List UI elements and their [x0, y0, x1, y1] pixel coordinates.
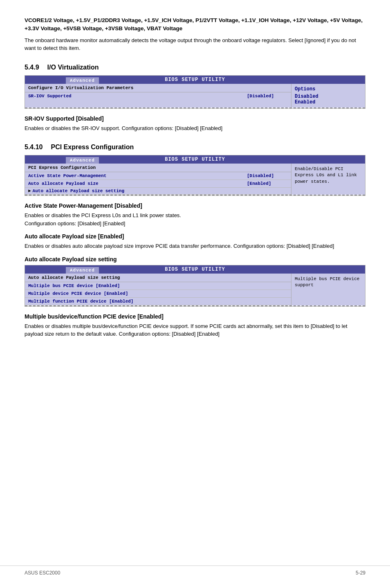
subsection-5410-1-heading: Active State Power-Management [Disabled] — [25, 202, 365, 209]
bios-header-payload: BIOS SETUP UTILITY Advanced — [25, 265, 365, 274]
bios-box-payload: BIOS SETUP UTILITY Advanced Auto allocat… — [25, 265, 365, 307]
subsection-payload-text: Enables or disables multiple bus/device/… — [25, 322, 365, 338]
subsection-549-text: Enables or disables the SR-IOV support. … — [25, 124, 365, 132]
section-5410-title: PCI Express Configuration — [51, 144, 134, 151]
section-549-heading: 5.4.9 I/O Virtualization — [25, 64, 365, 71]
bios-tab-payload[interactable]: Advanced — [66, 267, 99, 274]
bios-box-5410: BIOS SETUP UTILITY Advanced PCI Express … — [25, 155, 365, 196]
bios-tab-549[interactable]: Advanced — [66, 77, 99, 84]
bios-payload-row2: Multiple device PCIE device [Enabled] — [25, 290, 291, 298]
bios-row-549-1-value: [Disabled] — [247, 94, 288, 99]
bios-box-549: BIOS SETUP UTILITY Advanced Configure I/… — [25, 75, 365, 109]
intro-heading: VCORE1/2 Voltage, +1.5V_P1/2DDR3 Voltage… — [25, 16, 365, 33]
bios-right-text-5410: Enable/Disable PCI Express L0s and L1 li… — [295, 166, 362, 185]
bios-right-options-header-549: Options — [295, 86, 362, 92]
dashed-line-5410 — [25, 195, 365, 195]
bios-header-5410: BIOS SETUP UTILITY Advanced — [25, 155, 365, 164]
section-549-number: 5.4.9 — [25, 64, 39, 71]
bios-right-5410: Enable/Disable PCI Express L0s and L1 li… — [291, 164, 365, 195]
bios-right-549: Options Disabled Enabled — [291, 84, 365, 108]
bios-tab-5410[interactable]: Advanced — [66, 157, 99, 164]
bios-row-5410-2-label: Auto allocate Payload size — [28, 181, 247, 186]
subsection-549-heading: SR-IOV Supported [Disabled] — [25, 115, 365, 122]
bios-left-549: Configure I/O Virtualization Parameters … — [25, 84, 291, 108]
bios-left-5410: PCI Express Configuration Active State P… — [25, 164, 291, 195]
subsection-5410-2-heading: Auto allocate Payload size [Enabled] — [25, 233, 365, 240]
bios-section-header-5410: PCI Express Configuration — [25, 164, 291, 172]
bios-body-549: Configure I/O Virtualization Parameters … — [25, 84, 365, 108]
footer-left: ASUS ESC2000 — [25, 570, 60, 576]
footer: ASUS ESC2000 5-29 — [0, 566, 390, 580]
bios-section-header-payload: Auto allocate Payload size setting — [25, 274, 291, 282]
bios-header-549: BIOS SETUP UTILITY Advanced — [25, 76, 365, 84]
bios-arrow-5410: ► — [28, 189, 31, 193]
bios-body-payload: Auto allocate Payload size setting Multi… — [25, 274, 365, 305]
intro-text: The onboard hardware monitor automatical… — [25, 36, 365, 52]
dashed-line-payload — [25, 305, 365, 306]
subsection-5410-1-text1: Enables or disables the PCI Express L0s … — [25, 212, 181, 218]
footer-right: 5-29 — [356, 570, 365, 576]
bios-row-5410-1-value: [Disabled] — [247, 173, 288, 178]
subsection-5410-1-text: Enables or disables the PCI Express L0s … — [25, 211, 365, 227]
bios-option-enabled-549: Enabled — [295, 99, 362, 105]
section-5410: 5.4.10 PCI Express Configuration BIOS SE… — [25, 144, 365, 338]
section-549-title: I/O Virtualization — [47, 64, 99, 71]
bios-row-549-1: SR-IOV Supported [Disabled] — [25, 92, 291, 100]
bios-row-5410-1: Active State Power-Management [Disabled] — [25, 172, 291, 180]
section-5410-number: 5.4.10 — [25, 144, 43, 151]
subsection-5410-1-text2: Configuration options: [Disabled] [Enabl… — [25, 220, 125, 227]
bios-payload-row1: Multiple bus PCIE device [Enabled] — [25, 282, 291, 290]
subsection-5410-2-text: Enables or disables auto allocate payloa… — [25, 242, 365, 250]
bios-right-text-payload: Multiple bus PCIE device support — [295, 276, 362, 289]
bios-row-549-1-label: SR-IOV Supported — [28, 94, 247, 99]
bios-row-5410-1-label: Active State Power-Management — [28, 173, 247, 178]
bios-row-5410-2-value: [Enabled] — [247, 181, 288, 186]
bios-right-payload: Multiple bus PCIE device support — [291, 274, 365, 305]
bios-left-payload: Auto allocate Payload size setting Multi… — [25, 274, 291, 305]
section-549: 5.4.9 I/O Virtualization BIOS SETUP UTIL… — [25, 64, 365, 132]
bios-payload-row3: Multiple function PCIE device [Enabled] — [25, 298, 291, 305]
dashed-line-549 — [25, 108, 365, 108]
bios-row-5410-2: Auto allocate Payload size [Enabled] — [25, 180, 291, 188]
bios-section-header-549: Configure I/O Virtualization Parameters — [25, 84, 291, 92]
bios-subrow-5410-3-label: Auto allocate Payload size setting — [33, 189, 124, 193]
bios-body-5410: PCI Express Configuration Active State P… — [25, 164, 365, 195]
bios-subrow-5410-3: ► Auto allocate Payload size setting — [25, 188, 291, 195]
bios-option-disabled-549: Disabled — [295, 94, 362, 99]
intro-section: VCORE1/2 Voltage, +1.5V_P1/2DDR3 Voltage… — [25, 16, 365, 52]
subsection-payload-heading: Multiple bus/device/function PCIE device… — [25, 313, 365, 320]
subsection-5410-3-heading: Auto allocate Payload size setting — [25, 256, 365, 263]
section-5410-heading: 5.4.10 PCI Express Configuration — [25, 144, 365, 151]
